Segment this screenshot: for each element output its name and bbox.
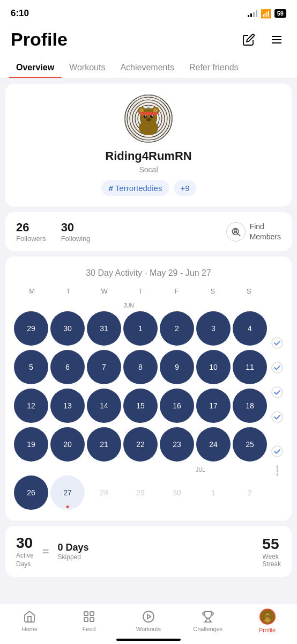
cal-day: 19 bbox=[14, 427, 48, 462]
cal-day: 8 bbox=[123, 350, 158, 384]
active-days-label: ActiveDays bbox=[16, 552, 34, 568]
cal-day: 16 bbox=[160, 389, 194, 423]
tab-refer[interactable]: Refer friends bbox=[182, 56, 246, 78]
cal-day: 14 bbox=[87, 389, 121, 423]
calendar-rows: JUN 29 30 31 1 2 3 4 5 6 7 bbox=[14, 299, 267, 510]
calendar-row: 19 20 21 22 23 24 25 bbox=[14, 427, 267, 462]
equals-sign: = bbox=[42, 545, 49, 559]
hashtag-text: Terrorteddies bbox=[115, 184, 162, 193]
feed-icon bbox=[82, 610, 96, 624]
cal-day: 3 bbox=[196, 311, 231, 346]
nav-feed[interactable]: Feed bbox=[73, 610, 105, 632]
svg-point-29 bbox=[272, 362, 283, 373]
tab-workouts[interactable]: Workouts bbox=[62, 56, 113, 78]
cal-day: 12 bbox=[14, 389, 48, 423]
cal-day: 17 bbox=[196, 389, 231, 423]
nav-home[interactable]: Home bbox=[13, 610, 46, 632]
username: Riding4RumRN bbox=[105, 149, 191, 163]
edit-button[interactable] bbox=[239, 30, 258, 49]
cal-day: 9 bbox=[160, 350, 194, 384]
followers-stat[interactable]: 26 Followers bbox=[16, 221, 46, 243]
nav-workouts-label: Workouts bbox=[136, 626, 161, 632]
cal-day: 23 bbox=[160, 427, 194, 462]
cal-day: 2 bbox=[160, 311, 194, 346]
cal-day: 11 bbox=[233, 350, 267, 384]
svg-point-30 bbox=[272, 387, 283, 398]
active-days-number: 30 bbox=[16, 535, 34, 552]
page-header: Profile bbox=[0, 24, 297, 56]
cal-day: 4 bbox=[233, 311, 267, 346]
hashtag-extra[interactable]: +9 bbox=[174, 180, 196, 196]
calendar-row: 12 13 14 15 16 17 18 bbox=[14, 389, 267, 423]
svg-point-31 bbox=[272, 412, 283, 422]
svg-rect-33 bbox=[84, 612, 88, 616]
day-headers: M T W T F S S bbox=[14, 287, 267, 295]
tab-overview[interactable]: Overview bbox=[9, 56, 62, 78]
week-check-icon bbox=[271, 362, 283, 374]
week-stat-number: 55 bbox=[262, 536, 279, 552]
cal-day: 6 bbox=[50, 350, 85, 384]
cal-day: 26 bbox=[14, 475, 48, 510]
svg-line-26 bbox=[237, 233, 240, 236]
week-check-icon bbox=[271, 337, 283, 349]
nav-home-label: Home bbox=[22, 626, 38, 632]
cal-day: 18 bbox=[233, 389, 267, 423]
hashtag-badge[interactable]: # Terrorteddies bbox=[101, 180, 170, 196]
cal-day-today: 27 bbox=[50, 475, 85, 510]
calendar-row: 26 27 28 29 30 1 2 bbox=[14, 475, 267, 510]
cal-day: 22 bbox=[123, 427, 158, 462]
nav-workouts[interactable]: Workouts bbox=[132, 610, 165, 632]
tab-achievements[interactable]: Achievements bbox=[113, 56, 182, 78]
cal-day: 2 bbox=[233, 475, 267, 510]
workouts-icon bbox=[142, 610, 155, 624]
status-icons: 📶 59 bbox=[248, 9, 286, 19]
profile-card: Riding4RumRN Socal # Terrorteddies +9 bbox=[5, 84, 292, 207]
weekly-checks bbox=[271, 287, 283, 510]
week-check-icon bbox=[271, 411, 283, 423]
cal-day: 13 bbox=[50, 389, 85, 423]
cal-day: 1 bbox=[196, 475, 231, 510]
find-members-text: FindMembers bbox=[250, 222, 281, 241]
cal-day: 25 bbox=[233, 427, 267, 462]
header-actions bbox=[239, 30, 286, 49]
hashtag-row: # Terrorteddies +9 bbox=[101, 180, 196, 196]
calendar-grid: M T W T F S S JUN 29 30 31 1 2 bbox=[14, 287, 267, 510]
followers-label: Followers bbox=[16, 235, 46, 243]
cal-day: 29 bbox=[123, 475, 158, 510]
activity-title: 30 Day Activity · May 29 - Jun 27 bbox=[14, 267, 283, 279]
cal-day: 1 bbox=[123, 311, 158, 346]
profile-icon: UM bbox=[259, 609, 276, 625]
svg-point-27 bbox=[234, 229, 236, 232]
find-members-icon bbox=[226, 222, 246, 241]
calendar-row: 5 6 7 8 9 10 11 bbox=[14, 350, 267, 384]
avatar bbox=[124, 94, 173, 143]
bottom-stats: 30 ActiveDays = 0 Days Skipped 55 WeekSt… bbox=[5, 526, 292, 577]
page-title: Profile bbox=[11, 29, 68, 50]
nav-profile[interactable]: UM Profile bbox=[251, 609, 284, 633]
activity-card: 30 Day Activity · May 29 - Jun 27 M T W … bbox=[5, 257, 292, 521]
bottom-nav: Home Feed Workouts bbox=[0, 604, 297, 644]
battery-indicator: 59 bbox=[274, 9, 286, 18]
svg-point-18 bbox=[153, 108, 158, 113]
svg-point-41 bbox=[264, 618, 271, 623]
home-icon bbox=[23, 610, 36, 624]
find-members-button[interactable]: FindMembers bbox=[226, 222, 281, 241]
following-count: 30 bbox=[61, 221, 91, 235]
svg-marker-38 bbox=[147, 614, 151, 619]
cal-day: 24 bbox=[196, 427, 231, 462]
week-check-icon bbox=[271, 445, 283, 457]
cal-day: 29 bbox=[14, 311, 48, 346]
following-stat[interactable]: 30 Following bbox=[61, 221, 91, 243]
cal-day: 21 bbox=[87, 427, 121, 462]
status-time: 6:10 bbox=[11, 8, 29, 19]
cal-day: 30 bbox=[160, 475, 194, 510]
nav-challenges[interactable]: Challenges bbox=[192, 610, 224, 632]
svg-rect-34 bbox=[90, 612, 94, 616]
followers-count: 26 bbox=[16, 221, 46, 235]
menu-button[interactable] bbox=[267, 30, 286, 49]
status-bar: 6:10 📶 59 bbox=[0, 0, 297, 24]
svg-point-32 bbox=[272, 446, 283, 457]
zero-days-stat: 0 Days Skipped bbox=[58, 542, 89, 561]
nav-challenges-label: Challenges bbox=[193, 626, 222, 632]
svg-point-22 bbox=[152, 115, 153, 116]
